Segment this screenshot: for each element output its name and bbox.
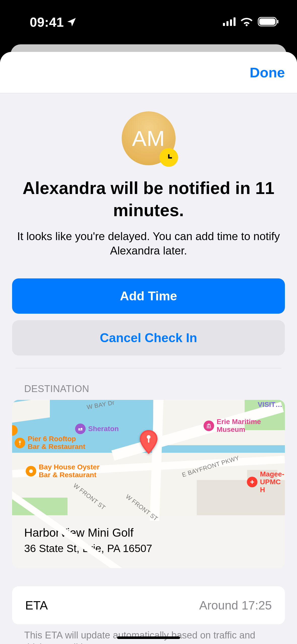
cellular-icon [223, 17, 236, 27]
map-poi-cutoff [12, 425, 18, 436]
destination-map[interactable]: W BAY Dr W FRONT ST W FRONT ST E BAYFRON… [12, 400, 285, 515]
map-poi-visit: VISIT… [258, 401, 282, 409]
destination-section-header: DESTINATION [24, 383, 297, 394]
svg-rect-2 [230, 19, 232, 26]
status-time: 09:41 [30, 15, 64, 30]
location-services-icon [67, 17, 77, 27]
poi-icon [12, 425, 18, 436]
museum-icon [204, 421, 214, 431]
home-indicator[interactable] [117, 636, 180, 639]
eta-row[interactable]: ETA Around 17:25 [12, 586, 285, 624]
status-time-wrap: 09:41 [30, 15, 77, 30]
destination-pin-icon [139, 430, 158, 455]
done-button[interactable]: Done [250, 64, 285, 81]
svg-rect-1 [226, 21, 228, 26]
battery-icon [258, 17, 279, 27]
hospital-icon [247, 477, 257, 487]
section-divider [16, 368, 281, 368]
sheet-content[interactable]: AM Alexandra will be notified in 11 minu… [0, 93, 297, 644]
svg-rect-9 [148, 438, 149, 443]
action-buttons: Add Time Cancel Check In [12, 278, 285, 356]
map-poi-sheraton: Sheraton [75, 424, 119, 434]
add-time-button[interactable]: Add Time [12, 278, 285, 314]
status-bar: 09:41 [0, 0, 297, 44]
svg-rect-6 [277, 20, 278, 23]
wifi-icon [240, 17, 253, 27]
destination-address: 36 State St, Erie, PA 16507 [24, 542, 273, 555]
eta-label: ETA [25, 598, 48, 612]
map-poi-magee: Magee-UPMC H [247, 470, 285, 494]
notification-headline: Alexandra will be notified in 11 minutes… [13, 177, 284, 221]
contact-avatar: AM [122, 111, 176, 165]
map-poi-bayhouse: Bay House Oyster Bar & Restaurant [26, 463, 109, 479]
hotel-icon [75, 424, 86, 434]
destination-card[interactable]: W BAY Dr W FRONT ST W FRONT ST E BAYFRON… [12, 400, 285, 568]
restaurant-icon [26, 466, 36, 476]
clock-badge-icon [159, 148, 178, 167]
svg-point-7 [29, 469, 33, 473]
map-poi-pier6: Pier 6 Rooftop Bar & Restaurant [15, 435, 86, 451]
notification-subtext: It looks like you're delayed. You can ad… [15, 229, 282, 258]
avatar-initials: AM [132, 126, 165, 151]
cancel-checkin-button[interactable]: Cancel Check In [12, 320, 285, 356]
restaurant-icon [15, 438, 25, 448]
svg-rect-3 [234, 17, 236, 26]
avatar-container: AM [0, 111, 297, 165]
map-poi-erie-maritime: Erie Maritime Museum [204, 418, 267, 434]
checkin-modal-sheet: Done AM Alexandra will be notified in 11… [0, 52, 297, 644]
svg-rect-0 [223, 23, 225, 26]
svg-rect-5 [259, 18, 275, 25]
eta-value: Around 17:25 [199, 598, 272, 612]
status-right [223, 17, 279, 27]
sheet-toolbar: Done [0, 52, 297, 93]
